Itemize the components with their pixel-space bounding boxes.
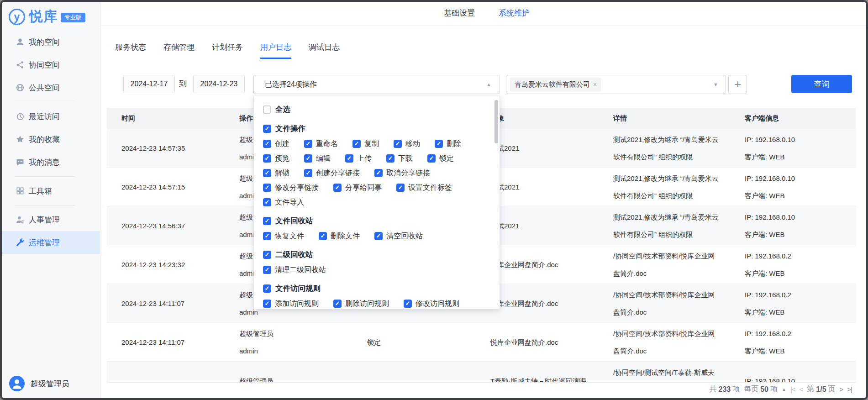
- cell-operator: 超级管理员admin: [228, 323, 352, 362]
- operation-option[interactable]: 取消分享链接: [374, 166, 430, 180]
- operation-option[interactable]: 清理二级回收站: [263, 263, 326, 277]
- sidebar-item-my-space[interactable]: 我的空间: [2, 31, 100, 53]
- sidebar-item-public-space[interactable]: 公共空间: [2, 76, 100, 99]
- select-all-label: 全选: [275, 105, 290, 115]
- operation-option[interactable]: 删除: [435, 137, 461, 151]
- select-all-row[interactable]: 全选: [263, 102, 489, 117]
- next-page-icon[interactable]: >: [840, 385, 843, 393]
- operation-option[interactable]: 锁定: [427, 151, 454, 166]
- tag-close-icon[interactable]: ×: [593, 81, 597, 88]
- cell-action: [352, 362, 476, 382]
- checkbox-icon[interactable]: [333, 300, 342, 308]
- checkbox-icon[interactable]: [263, 125, 271, 133]
- operation-option[interactable]: 删除文件: [319, 229, 360, 243]
- checkbox-icon[interactable]: [263, 140, 271, 148]
- prev-page-icon[interactable]: <: [800, 385, 803, 393]
- group-title: 二级回收站: [275, 250, 313, 260]
- sidebar-item-hr-management[interactable]: 人事管理: [2, 208, 100, 231]
- operation-option[interactable]: 解锁: [263, 166, 289, 180]
- checkbox-icon[interactable]: [263, 251, 271, 259]
- sidebar-divider: [15, 205, 75, 205]
- operation-option[interactable]: 分享给同事: [333, 180, 382, 195]
- checkbox-icon[interactable]: [435, 140, 443, 148]
- operation-option[interactable]: 创建分享链接: [304, 166, 360, 180]
- sidebar-item-favorites[interactable]: 我的收藏: [2, 128, 100, 151]
- checkbox-icon[interactable]: [394, 140, 402, 148]
- checkbox-icon[interactable]: [263, 266, 271, 274]
- company-select[interactable]: 青岛爱米云软件有限公司 × ▼: [506, 75, 726, 94]
- last-page-icon[interactable]: >|: [847, 385, 852, 393]
- tab-service-status[interactable]: 服务状态: [115, 42, 146, 59]
- checkbox-icon[interactable]: [263, 284, 271, 293]
- checkbox-icon[interactable]: [386, 154, 395, 163]
- tab-user-logs[interactable]: 用户日志: [260, 42, 291, 59]
- checkbox-icon[interactable]: [263, 184, 271, 192]
- operation-option[interactable]: 上传: [345, 151, 372, 166]
- operation-option[interactable]: 移动: [394, 137, 420, 151]
- checkbox-icon[interactable]: [263, 169, 271, 177]
- operation-option[interactable]: 恢复文件: [263, 229, 304, 243]
- operation-group-recycle-bin: 文件回收站 恢复文件 删除文件 清空回收站: [263, 213, 489, 243]
- operations-multiselect[interactable]: 已选择24项操作 ▲: [253, 75, 500, 94]
- sidebar-item-ops-management[interactable]: 运维管理: [2, 231, 100, 254]
- operation-option[interactable]: 重命名: [304, 137, 338, 151]
- group-title-row[interactable]: 文件回收站: [263, 213, 489, 229]
- checkbox-icon[interactable]: [304, 169, 312, 177]
- group-title-row[interactable]: 二级回收站: [263, 247, 489, 263]
- sidebar-item-collab-space[interactable]: 协同空间: [2, 53, 100, 76]
- operation-option[interactable]: 设置文件标签: [396, 180, 452, 195]
- cell-detail: /协同空间/技术部资料/悦库企业网盘简介.doc: [602, 284, 734, 323]
- per-page-select[interactable]: 每页50项: [744, 384, 778, 394]
- operation-option[interactable]: 清空回收站: [374, 229, 423, 243]
- checkbox-icon[interactable]: [345, 154, 353, 163]
- checkbox-icon[interactable]: [304, 154, 312, 163]
- sidebar-item-recent[interactable]: 最近访问: [2, 105, 100, 128]
- checkbox-icon[interactable]: [374, 169, 383, 177]
- operation-option[interactable]: 文件导入: [263, 195, 304, 210]
- operation-option[interactable]: 下载: [386, 151, 413, 166]
- checkbox-icon[interactable]: [304, 140, 312, 148]
- checkbox-icon[interactable]: [427, 154, 436, 163]
- checkbox-icon[interactable]: [263, 154, 271, 163]
- operation-option[interactable]: 创建: [263, 137, 289, 151]
- sidebar-item-toolbox[interactable]: 工具箱: [2, 179, 100, 202]
- operation-option[interactable]: 修改分享链接: [263, 180, 319, 195]
- first-page-icon[interactable]: |<: [790, 385, 795, 393]
- group-title-row[interactable]: 文件操作: [263, 121, 489, 137]
- table-row: 超级管理员 T泰勒·斯威夫特－时代巡回演唱 /协同空间/测试空间/T泰勒·斯威夫…: [107, 362, 856, 382]
- checkbox-icon[interactable]: [319, 232, 327, 240]
- tab-debug-logs[interactable]: 调试日志: [309, 42, 340, 59]
- checkbox-icon[interactable]: [333, 184, 342, 192]
- topnav-system-maintenance[interactable]: 系统维护: [499, 8, 530, 18]
- dropdown-scrollbar[interactable]: [494, 97, 498, 307]
- operation-option[interactable]: 编辑: [304, 151, 331, 166]
- per-page-collapse-icon[interactable]: ▲: [782, 387, 786, 392]
- tab-scheduled-tasks[interactable]: 计划任务: [212, 42, 243, 59]
- scrollbar-thumb[interactable]: [494, 100, 498, 143]
- operation-option[interactable]: 删除访问规则: [333, 296, 389, 309]
- sidebar-item-messages[interactable]: 我的消息: [2, 151, 100, 174]
- group-title-row[interactable]: 文件访问规则: [263, 281, 489, 296]
- checkbox-icon[interactable]: [404, 300, 412, 308]
- checkbox-icon[interactable]: [263, 217, 271, 225]
- operation-option[interactable]: 复制: [352, 137, 379, 151]
- operation-option[interactable]: 预览: [263, 151, 289, 166]
- operation-option[interactable]: 修改访问规则: [404, 296, 459, 309]
- topnav-basic-settings[interactable]: 基础设置: [444, 8, 475, 18]
- operation-option[interactable]: 添加访问规则: [263, 296, 319, 309]
- checkbox-icon[interactable]: [263, 105, 271, 114]
- date-from-input[interactable]: 2024-12-17: [123, 75, 175, 93]
- checkbox-icon[interactable]: [396, 184, 405, 192]
- add-filter-button[interactable]: +: [728, 75, 747, 94]
- cell-object: T泰勒·斯威夫特－时代巡回演唱: [476, 362, 602, 382]
- table-bottom-divider: [107, 382, 856, 383]
- checkbox-icon[interactable]: [263, 300, 271, 308]
- checkbox-icon[interactable]: [352, 140, 361, 148]
- checkbox-icon[interactable]: [374, 232, 383, 240]
- cell-action: 锁定: [352, 323, 476, 362]
- search-button[interactable]: 查询: [791, 75, 852, 93]
- tab-storage-management[interactable]: 存储管理: [163, 42, 195, 59]
- checkbox-icon[interactable]: [263, 198, 271, 206]
- checkbox-icon[interactable]: [263, 232, 271, 240]
- date-to-input[interactable]: 2024-12-23: [193, 75, 245, 93]
